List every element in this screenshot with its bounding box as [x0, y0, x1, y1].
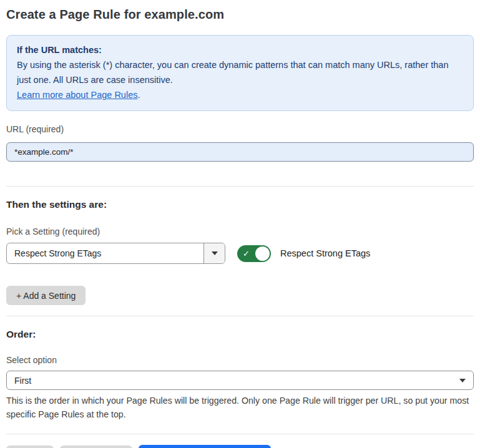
- order-help-text: This is the order in which your Page Rul…: [6, 394, 474, 421]
- divider: [6, 434, 474, 434]
- url-field-label: URL (required): [6, 124, 474, 134]
- cancel-button[interactable]: Cancel: [6, 446, 54, 448]
- create-page-rule-form: Create a Page Rule for example.com If th…: [0, 0, 480, 448]
- divider: [6, 186, 474, 187]
- setting-select-value: Respect Strong ETags: [7, 243, 203, 263]
- info-box-heading: If the URL matches:: [17, 42, 463, 57]
- url-input[interactable]: [6, 142, 474, 162]
- caret-down-icon: [212, 251, 218, 255]
- check-icon: ✓: [243, 250, 250, 258]
- order-select-value: First: [14, 376, 459, 386]
- save-draft-button[interactable]: Save as Draft: [60, 446, 133, 448]
- add-setting-button[interactable]: + Add a Setting: [6, 286, 86, 305]
- toggle-knob: [255, 246, 270, 261]
- link-suffix: .: [137, 90, 140, 100]
- page-title: Create a Page Rule for example.com: [6, 7, 474, 22]
- order-select-label: Select option: [6, 355, 474, 365]
- pick-setting-label: Pick a Setting (required): [6, 226, 474, 236]
- info-box-body: By using the asterisk (*) character, you…: [17, 57, 463, 87]
- divider: [6, 316, 474, 316]
- toggle-label: Respect Strong ETags: [280, 248, 370, 258]
- respect-strong-etags-toggle[interactable]: ✓: [237, 245, 271, 262]
- setting-select[interactable]: Respect Strong ETags: [6, 243, 225, 264]
- learn-more-link[interactable]: Learn more about Page Rules: [17, 90, 137, 100]
- settings-section-heading: Then the settings are:: [6, 199, 474, 210]
- info-box-link-line: Learn more about Page Rules.: [17, 87, 463, 102]
- url-matches-info-box: If the URL matches: By using the asteris…: [6, 35, 474, 111]
- save-deploy-button[interactable]: Save and Deploy Page Rule: [139, 445, 271, 448]
- footer-actions: Cancel Save as Draft Save and Deploy Pag…: [6, 445, 474, 448]
- setting-row: Respect Strong ETags ✓ Respect Strong ET…: [6, 243, 474, 264]
- order-section-heading: Order:: [6, 329, 474, 340]
- setting-select-arrow-button[interactable]: [203, 243, 225, 263]
- order-select[interactable]: First: [6, 371, 474, 390]
- caret-down-icon: [459, 379, 466, 382]
